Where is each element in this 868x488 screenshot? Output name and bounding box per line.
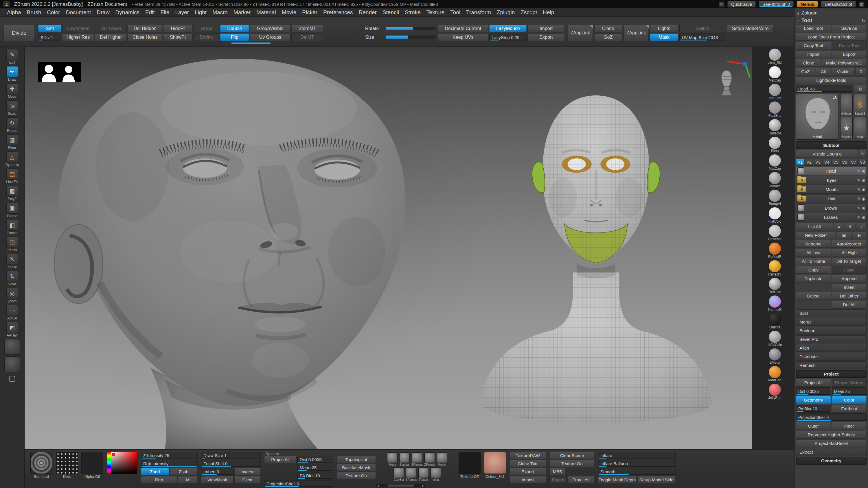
left-tool-scroll[interactable]: ⇅Scroll (6, 271, 18, 286)
left-tool-frame[interactable]: ▣Frame (6, 203, 18, 218)
visibility-eye-icon[interactable]: ◉ (862, 178, 865, 183)
groupvisible-button[interactable]: GroupVisible (250, 25, 290, 32)
setup-model-wire-button[interactable]: Setup Model Wire (727, 25, 774, 32)
tool-thumbnail-polymes[interactable]: ★PolyMes (840, 117, 852, 139)
visibility-eye-icon[interactable]: ◉ (862, 206, 865, 210)
m-button[interactable]: M (178, 476, 197, 483)
make-polymesh3d-button[interactable]: Make PolyMesh3D (822, 59, 867, 67)
head-silhouettes-preview[interactable] (38, 62, 81, 82)
material-matcap[interactable]: MatCap (769, 66, 781, 83)
dist-0-0035-slider[interactable]: Dist 0.0035 (796, 387, 831, 395)
current-color-swatch[interactable] (112, 453, 115, 456)
material-zmetal[interactable]: ZMetal (769, 348, 781, 364)
projectionshell-0-slider[interactable]: ProjectionShell 0 (264, 480, 333, 487)
remesh-group-header[interactable]: Remesh (796, 361, 867, 369)
brush-icon[interactable]: ✎ (857, 178, 861, 183)
projectall-button[interactable]: ProjectAll (796, 379, 831, 387)
material-zbro-mi[interactable]: zbro_mi (769, 84, 781, 100)
clone-button[interactable]: Clone (796, 59, 821, 67)
boolean-group-header[interactable]: Boolean (796, 327, 867, 334)
del-higher-button[interactable]: Del Higher (95, 34, 127, 41)
draw-size-1-slider[interactable]: Draw Size 1 (201, 452, 261, 459)
left-tool-dynamic[interactable]: ◬Dynamic (5, 152, 19, 167)
rgb-button[interactable]: Rgb (141, 476, 177, 483)
export-button[interactable]: Export (832, 50, 867, 58)
flip-button[interactable]: Flip (220, 34, 249, 41)
version-tab-v8[interactable]: V8 (858, 159, 867, 166)
version-tab-v6[interactable]: V6 (840, 159, 849, 166)
left-tool-move[interactable]: ✚Move (6, 83, 18, 99)
smooth-slider[interactable]: Smooth (598, 468, 676, 475)
append-button[interactable]: Append (832, 274, 867, 283)
see-through-slider[interactable]: See-through 0 (758, 1, 794, 7)
inflate-balloon-slider[interactable]: Inflate Balloon (598, 460, 676, 467)
material-blinn[interactable]: Blinn (769, 137, 781, 153)
subtool-row-mouth[interactable]: 2Mouth✎◉ (796, 185, 867, 194)
current-tool-thumbnail[interactable]: 10 Head (796, 94, 839, 140)
mb5-button[interactable]: MB5 (550, 468, 565, 475)
tool-thumbnail-cylinder[interactable]: Cylinder (840, 94, 852, 116)
history-icon[interactable]: ↺ (719, 1, 724, 7)
goz-button[interactable]: GoZ (796, 68, 815, 75)
color-picker[interactable] (107, 452, 137, 474)
mean-25-slider[interactable]: Mean 25 (298, 464, 333, 471)
distribute-group-header[interactable]: Distribute (796, 353, 867, 360)
brush-icon[interactable]: ✎ (857, 206, 861, 210)
r-button[interactable]: R (856, 68, 867, 75)
material-flatcolo[interactable]: FlatColo (769, 207, 781, 224)
version-tab-v5[interactable]: V5 (832, 159, 840, 166)
menu-item-help[interactable]: Help (540, 9, 557, 16)
uv-map-size-2048-slider[interactable]: UV Map Size 2048 (679, 34, 725, 41)
material-fastsha[interactable]: FastSha (769, 101, 781, 118)
material-reflecte[interactable]: Reflecte (769, 278, 781, 294)
stroke-selector[interactable]: Dots (56, 452, 78, 487)
brush-shortcut-zremes-6[interactable]: ZRemes (406, 467, 416, 481)
left-tool-scale[interactable]: ⇲Scale (6, 100, 18, 116)
texture-off-selector[interactable]: Texture Off (459, 452, 480, 487)
all-high-button[interactable]: All High (832, 249, 867, 256)
double-button[interactable]: Double (220, 25, 249, 32)
topological-button[interactable]: Topological (337, 456, 376, 463)
refresh-icon[interactable]: ↻ (862, 18, 865, 24)
inflate-slider[interactable]: Inflate (598, 452, 676, 459)
hue-strip[interactable] (107, 452, 111, 474)
menu-item-dynamics[interactable]: Dynamics (113, 9, 142, 16)
uv-groups-button[interactable]: Uv Groups (250, 34, 290, 41)
brush-icon[interactable]: ✎ (857, 169, 861, 173)
version-tab-v1[interactable]: V1 (796, 159, 804, 166)
menu-item-transform[interactable]: Transform (463, 9, 494, 16)
left-tool-transp[interactable]: ◧Transp (6, 220, 18, 235)
goz-button[interactable]: GoZ (594, 34, 622, 41)
viewmask-button[interactable]: ViewMask (201, 476, 234, 483)
rename-button[interactable]: Rename (796, 240, 831, 248)
left-tool-draw[interactable]: ✒Draw (6, 66, 18, 82)
left-tool-line-fill[interactable]: ▤Line Fill (6, 168, 18, 184)
wireframe-head-model[interactable] (474, 81, 717, 428)
farthest-button[interactable]: Farthest (832, 405, 867, 413)
menu-item-layer[interactable]: Layer (172, 9, 192, 16)
keep-uvs-button[interactable]: Keep UVs (437, 34, 488, 41)
project-history-button[interactable]: Project History (832, 379, 867, 387)
default-zscript-button[interactable]: DefaultZScript (821, 1, 856, 7)
dist-0-0035-slider[interactable]: Dist 0.0035 (298, 456, 333, 463)
brush-shortcut-flatten-7[interactable]: Flatten (418, 467, 429, 481)
material-bumpvi[interactable]: BumpVi (769, 190, 781, 206)
inverse-button[interactable]: Inverse (235, 468, 261, 475)
brush-shortcut-zremes-2[interactable]: ZRemes (411, 452, 423, 466)
del-hidden-button[interactable]: Del Hidden (128, 25, 162, 32)
lazymouse-button[interactable]: LazyMouse (489, 25, 527, 32)
material-zbro-ski[interactable]: zbro_Ski (768, 48, 782, 65)
all-button[interactable]: All (816, 68, 831, 75)
color-button[interactable]: Color (832, 396, 867, 404)
menu-item-zscript[interactable]: Zscript (518, 9, 540, 16)
delete-button[interactable]: Delete (796, 292, 831, 300)
rotate-slider[interactable] (386, 27, 435, 30)
grid-icon[interactable]: ▦ (859, 1, 865, 7)
document-canvas[interactable] (25, 47, 752, 449)
left-tool-edit[interactable]: ✎Edit (6, 49, 18, 64)
material-metalic[interactable]: Metalic (769, 172, 781, 188)
cube-icon[interactable]: ▢ (9, 374, 16, 383)
decimate-current-button[interactable]: Decimate Current (437, 25, 488, 32)
insert-button[interactable]: Insert (832, 283, 867, 291)
subtool-row-lashes[interactable]: Lashes✎◉ (796, 213, 867, 222)
